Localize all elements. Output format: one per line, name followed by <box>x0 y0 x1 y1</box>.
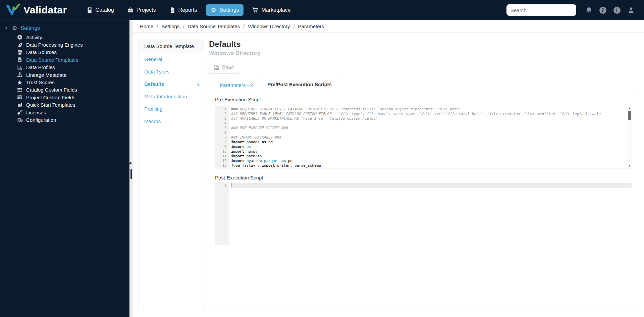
breadcrumb-item-home[interactable]: Home <box>140 23 153 29</box>
info-icon[interactable]: i <box>613 6 621 14</box>
sidebar-item-quick-start-templates[interactable]: Quick Start Templates <box>0 101 129 109</box>
breadcrumb-item-data-source-templates[interactable]: Data Source Templates <box>188 23 240 29</box>
sidebar-item-label: Lineage Metadata <box>26 72 66 78</box>
nav-label: Settings <box>220 7 239 13</box>
bell-icon[interactable] <box>585 6 592 14</box>
floppy-icon <box>214 65 219 70</box>
sidebar-item-label: Quick Start Templates <box>26 102 75 108</box>
tab-parameters[interactable]: Parameters - 2 <box>214 79 258 91</box>
sidebar-item-label: Data Sources <box>26 49 57 55</box>
cart-icon <box>252 7 258 13</box>
sidebar-root-settings[interactable]: ▾ ⚙ Settings <box>0 23 129 34</box>
sidebar-item-project-custom-fields[interactable]: Project Custom Fields <box>0 94 129 101</box>
subnav-item-macros[interactable]: Macros <box>139 115 204 127</box>
subnav-item-data-types[interactable]: Data Types <box>139 65 204 78</box>
database-icon <box>17 49 22 55</box>
sidebar-item-data-processing-engines[interactable]: Data Processing Engines <box>0 41 129 48</box>
code-line: import numpy <box>231 149 632 154</box>
code-area[interactable] <box>229 182 632 245</box>
search-input[interactable] <box>506 4 576 16</box>
page-title: Defaults <box>209 40 639 49</box>
scroll-handle[interactable] <box>130 169 132 179</box>
subnav-item-defaults[interactable]: Defaults› <box>139 78 204 90</box>
post-execution-script-editor: 1 <box>215 182 632 245</box>
topbar: Validatar Catalog Projects Reports ⚙ Set… <box>0 0 644 20</box>
nav-projects[interactable]: Projects <box>123 4 161 16</box>
nav-label: Reports <box>178 7 197 13</box>
sidebar-item-label: Licenses <box>26 110 46 115</box>
subnav-items: GeneralData TypesDefaults›Metadata Inges… <box>139 53 204 127</box>
user-icon[interactable] <box>627 6 635 14</box>
subnav-item-profiling[interactable]: Profiling <box>139 103 204 115</box>
code-line: from fastavro import writer, parse_schem… <box>231 163 632 168</box>
nav-marketplace[interactable]: Marketplace <box>248 4 295 16</box>
sidebar-item-data-profiles[interactable]: Data Profiles <box>0 64 129 71</box>
breadcrumb: Home/Settings/Data Source Templates/Wind… <box>133 20 644 33</box>
breadcrumb-item-windows-directory[interactable]: Windows Directory <box>248 23 290 29</box>
nav-label: Catalog <box>96 7 114 13</box>
tab-prepost-execution-scripts[interactable]: Pre/Post Execution Scripts <box>261 78 338 91</box>
code-line: ### REQUIRES TABLE LEVEL CATALOG CUSTOM … <box>231 112 632 116</box>
code-line: ### IMPORT PACKAGES ### <box>231 135 632 140</box>
sidebar-item-trust-scores[interactable]: Trust Scores <box>0 78 129 86</box>
caret-down-icon[interactable]: ▾ <box>4 26 9 31</box>
sidebar-item-label: Data Profiles <box>26 64 55 70</box>
line-number-gutter: 1234567891011121314 <box>215 106 229 168</box>
breadcrumb-item-parameters: Parameters <box>298 23 324 29</box>
tab-pane: Pre-Execution Script 1234567891011121314… <box>209 91 639 312</box>
sidebar-item-label: Data Source Templates <box>26 57 78 63</box>
subnav-item-label: General <box>144 56 162 62</box>
code-line <box>231 130 632 135</box>
nav-reports[interactable]: Reports <box>165 4 202 16</box>
sidebar-item-activity[interactable]: Activity <box>0 34 129 41</box>
sidebar-item-lineage-metadata[interactable]: Lineage Metadata <box>0 71 129 78</box>
sitemap-icon <box>17 72 22 78</box>
sidebar-item-configuration[interactable]: ⚙⚙Configuration <box>0 116 129 123</box>
chart-bar-icon <box>17 64 22 70</box>
code-line <box>231 183 632 188</box>
save-button[interactable]: Save <box>209 62 239 74</box>
page-subtitle: Windows Directory <box>209 50 639 57</box>
play-circle-icon <box>17 35 22 40</box>
star-icon <box>17 80 22 85</box>
collapse-left-icon[interactable]: ◀ <box>129 161 131 165</box>
nav-label: Projects <box>137 7 156 13</box>
breadcrumb-separator: / <box>243 23 245 29</box>
briefcase-icon <box>127 7 133 13</box>
code-line: ### PRE EXECUTE SCRIPT ### <box>231 126 632 130</box>
brand-logo[interactable]: Validatar <box>5 3 67 17</box>
gears-icon: ⚙⚙ <box>17 117 22 123</box>
scroll-down-icon[interactable]: ▼ <box>628 164 631 167</box>
help-icon[interactable]: ? <box>599 6 606 14</box>
code-line: import pandas as pd <box>231 140 632 145</box>
code-line: import pyarrow.parquet as pq <box>231 159 632 163</box>
subnav-item-general[interactable]: General <box>139 53 204 65</box>
table-icon <box>17 95 22 100</box>
breadcrumb-separator: / <box>157 23 158 29</box>
sidebar-item-data-sources[interactable]: Data Sources <box>0 49 129 56</box>
sidebar-item-data-source-templates[interactable]: Data Source Templates <box>0 56 129 63</box>
scrollbar-thumb[interactable] <box>628 111 631 120</box>
cards-area: Data Source Template GeneralData TypesDe… <box>133 33 644 317</box>
text-cursor <box>231 183 231 187</box>
validatar-logo-icon <box>5 3 20 17</box>
pre-execution-script-label: Pre-Execution Script <box>215 97 632 102</box>
rocket-icon <box>17 42 22 48</box>
sidebar-item-label: Trust Scores <box>26 80 54 85</box>
code-area[interactable]: ### REQUIRES SCHEMA LEVEL CATALOG CUSTOM… <box>229 106 632 168</box>
nav-settings[interactable]: ⚙ Settings <box>206 4 244 16</box>
key-icon <box>17 110 22 115</box>
nav-catalog[interactable]: Catalog <box>82 4 119 16</box>
sidebar-item-catalog-custom-fields[interactable]: Catalog Custom Fields <box>0 86 129 94</box>
chevron-right-icon: › <box>197 81 199 88</box>
sidebar-item-label: Project Custom Fields <box>26 95 75 100</box>
breadcrumb-item-settings[interactable]: Settings <box>161 23 179 29</box>
subnav-item-metadata-ingestion[interactable]: Metadata Ingestion <box>139 90 204 103</box>
sidebar-items: ActivityData Processing EnginesData Sour… <box>0 34 129 124</box>
subnav-header: Data Source Template <box>139 39 204 53</box>
line-number-gutter: 1 <box>215 182 229 245</box>
post-execution-script-label: Post-Execution Script <box>215 175 632 180</box>
sidebar-root-label: Settings <box>20 25 40 31</box>
sidebar-item-licenses[interactable]: Licenses <box>0 109 129 116</box>
scroll-up-icon[interactable]: ▲ <box>628 107 631 110</box>
